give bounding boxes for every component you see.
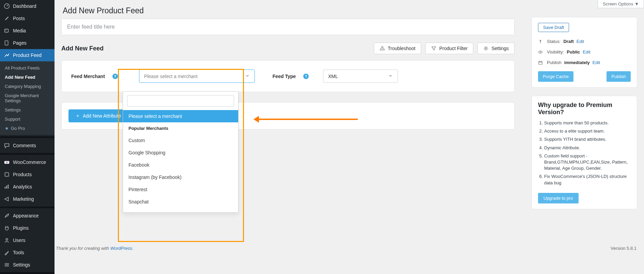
sidebar-item-label: Products: [13, 172, 32, 177]
feed-type-value: XML: [328, 74, 338, 79]
settings-button[interactable]: Settings: [477, 43, 515, 54]
troubleshoot-button[interactable]: Troubleshoot: [374, 43, 421, 54]
sidebar-item-product-feed[interactable]: Product Feed: [0, 49, 55, 61]
sidebar-item-products[interactable]: Products: [0, 168, 55, 181]
edit-status-link[interactable]: Edit: [577, 39, 584, 44]
submenu-all-feeds[interactable]: All Product Feeds: [0, 63, 55, 73]
dropdown-placeholder-item[interactable]: Please select a merchant: [123, 110, 238, 122]
dropdown-option[interactable]: Snapchat: [123, 196, 238, 208]
dashboard-icon: [3, 3, 10, 10]
dropdown-option[interactable]: Facebook: [123, 159, 238, 171]
product-filter-button[interactable]: Product Filter: [425, 43, 473, 54]
publish-value: immediately: [564, 60, 590, 65]
sidebar-item-label: Comments: [13, 143, 36, 148]
help-icon[interactable]: ?: [112, 74, 118, 79]
sidebar-item-label: Users: [13, 238, 26, 243]
dropdown-option[interactable]: Bing: [123, 208, 238, 212]
plugins-icon: [3, 225, 10, 231]
dropdown-list[interactable]: Please select a merchant Popular Merchan…: [123, 110, 238, 212]
pin-icon: [538, 39, 544, 44]
comments-icon: [3, 142, 10, 149]
svg-rect-9: [8, 185, 9, 189]
sidebar-item-tools[interactable]: Tools: [0, 246, 55, 259]
dropdown-option[interactable]: Instagram (by Facebook): [123, 171, 238, 183]
merchant-select[interactable]: Please select a merchant: [139, 70, 255, 83]
analytics-icon: [3, 183, 10, 190]
svg-rect-1: [5, 29, 9, 32]
upgrade-list: Supports more than 50 products. Access t…: [538, 120, 631, 186]
admin-sidebar: Dashboard Posts Media Pages Product Feed…: [0, 0, 55, 274]
submenu-support[interactable]: Support: [0, 115, 55, 124]
sidebar-item-analytics[interactable]: Analytics: [0, 181, 55, 193]
submenu-category-mapping[interactable]: Category Mapping: [0, 82, 55, 91]
products-icon: [3, 171, 10, 178]
dropdown-option[interactable]: Pinterest: [123, 183, 238, 196]
sidebar-item-label: Dashboard: [13, 3, 36, 9]
wordpress-link[interactable]: WordPress: [110, 246, 132, 251]
upgrade-item: Fix WooCommerce's (JSON-LD) structure da…: [544, 173, 631, 186]
help-icon[interactable]: ?: [303, 74, 309, 79]
pin-icon: [3, 15, 10, 22]
sidebar-item-comments[interactable]: Comments: [0, 139, 55, 152]
svg-text:W: W: [6, 161, 8, 164]
screen-options-toggle[interactable]: Screen Options ▼: [598, 0, 644, 8]
status-line: Status: Draft Edit: [538, 36, 631, 47]
appearance-icon: [3, 212, 10, 219]
upgrade-button[interactable]: Upgrade to pro: [538, 193, 579, 203]
visibility-value: Public: [567, 49, 580, 55]
feed-type-select[interactable]: XML: [323, 70, 398, 83]
sidebar-item-label: Pages: [13, 40, 27, 46]
sidebar-item-pages[interactable]: Pages: [0, 37, 55, 49]
merchant-select-text: Please select a merchant: [144, 74, 198, 79]
svg-point-10: [6, 239, 7, 240]
save-draft-button[interactable]: Save Draft: [538, 23, 569, 32]
upgrade-title: Why upgrade to Premium Version?: [538, 102, 631, 116]
meta-column: Save Draft Status: Draft Edit Visibility…: [532, 17, 637, 217]
sidebar-item-users[interactable]: Users: [0, 234, 55, 246]
upgrade-item: Custom field support - Brand,GTIN,MPN,UP…: [544, 153, 631, 172]
sidebar-item-plugins[interactable]: Plugins: [0, 222, 55, 234]
dropdown-option[interactable]: Custom: [123, 134, 238, 147]
upgrade-item: Supports YITH brand attributes.: [544, 136, 631, 142]
warning-icon: [380, 46, 385, 51]
dropdown-search-input[interactable]: [127, 95, 234, 107]
sidebar-item-label: Settings: [13, 262, 30, 268]
sidebar-item-appearance[interactable]: Appearance: [0, 210, 55, 222]
sidebar-submenu: All Product Feeds Add New Feed Category …: [0, 61, 55, 135]
annotation-arrow: [256, 119, 358, 120]
merchant-dropdown: Please select a merchant Popular Merchan…: [123, 91, 239, 213]
add-attribute-button[interactable]: ＋ Add New Attribute: [68, 109, 128, 122]
svg-point-2: [5, 30, 6, 31]
submenu-add-new-feed[interactable]: Add New Feed: [0, 73, 55, 82]
svg-rect-3: [5, 41, 8, 45]
marketing-icon: [3, 196, 10, 202]
publish-button[interactable]: Publish: [607, 71, 631, 82]
sidebar-item-media[interactable]: Media: [0, 25, 55, 37]
schedule-line: Publish immediately Edit: [538, 57, 631, 68]
merchant-label: Feed Merchant: [71, 74, 105, 79]
plus-icon: ＋: [75, 113, 80, 119]
purge-cache-button[interactable]: Purge Cache: [538, 71, 573, 82]
filter-icon: [431, 46, 436, 51]
page-title: Add New Product Feed: [63, 6, 515, 15]
sidebar-item-dashboard[interactable]: Dashboard: [0, 0, 55, 12]
feed-section-header: Add New Feed Troubleshoot Product Filter…: [61, 43, 515, 54]
visibility-line: Visibility: Public Edit: [538, 47, 631, 57]
sidebar-item-marketing[interactable]: Marketing: [0, 193, 55, 205]
woocommerce-icon: W: [3, 159, 10, 166]
svg-rect-7: [5, 187, 6, 188]
submenu-google-merchant[interactable]: Google Merchant Settings: [0, 91, 55, 105]
submenu-settings[interactable]: Settings: [0, 105, 55, 115]
upgrade-item: Supports more than 50 products.: [544, 120, 631, 126]
sidebar-item-posts[interactable]: Posts: [0, 12, 55, 25]
sidebar-item-woocommerce[interactable]: W WooCommerce: [0, 156, 55, 168]
sidebar-item-settings[interactable]: Settings: [0, 259, 55, 271]
submenu-go-pro[interactable]: Go Pro: [0, 124, 55, 133]
svg-point-17: [485, 48, 487, 49]
dropdown-option[interactable]: Google Shopping: [123, 147, 238, 159]
sidebar-item-label: Appearance: [13, 213, 39, 218]
edit-visibility-link[interactable]: Edit: [583, 49, 590, 55]
edit-schedule-link[interactable]: Edit: [593, 60, 600, 65]
feed-title-input[interactable]: [62, 19, 514, 35]
svg-rect-6: [5, 173, 9, 177]
